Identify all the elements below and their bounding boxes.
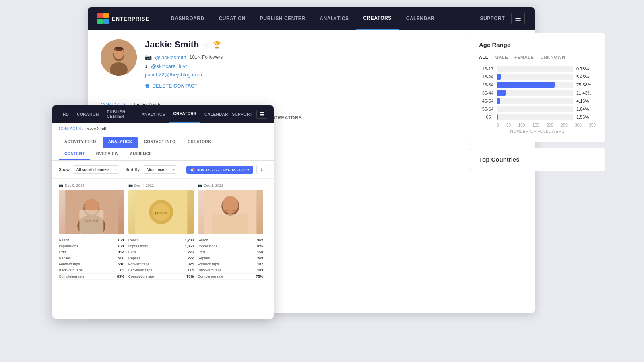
- small-nav-rd[interactable]: RD: [59, 105, 73, 123]
- post-col-3: 📷 Dec 1, 2022 Reach962 Impressions825 Ex…: [198, 183, 263, 280]
- profile-info: Jackie Smith ☆ 🏆 📷 @jackiesmith 101K Fol…: [145, 39, 522, 89]
- tiktok-icon: ♪: [145, 63, 148, 69]
- top-countries-title: Top Countries: [479, 156, 596, 163]
- age-row-45-54: 45-54 4.16%: [479, 98, 596, 104]
- age-bar-wrap-25-34: [497, 82, 573, 88]
- profile-name: Jackie Smith: [145, 39, 199, 50]
- filter-bar: Show All social channels Sort By Most re…: [52, 161, 274, 179]
- small-sub-content[interactable]: CONTENT: [59, 148, 90, 160]
- age-bar-wrap-55-64: [497, 106, 573, 112]
- tiktok-handle[interactable]: @skincare_luvr: [151, 63, 187, 69]
- show-select-wrap: All social channels: [73, 165, 119, 174]
- sort-select[interactable]: Most recent: [143, 165, 177, 174]
- post-1-stats: Reach871 Impressions871 Exits134 Replies…: [59, 237, 124, 280]
- small-menu-icon[interactable]: ☰: [256, 110, 267, 119]
- post-1-date-text: Dec 8, 2022: [65, 183, 85, 187]
- age-row-55-64: 55-64 1.04%: [479, 106, 596, 112]
- small-nav-creators[interactable]: CREATORS: [169, 105, 200, 123]
- post-3-date-text: Dec 1, 2022: [204, 183, 223, 187]
- svg-text:content: content: [85, 218, 98, 223]
- logo-text: ENTERPRISE: [112, 16, 149, 22]
- age-bar-55-64: [497, 106, 497, 112]
- filter-male[interactable]: MALE: [495, 55, 508, 60]
- small-sub-tabs: CONTENT OVERVIEW AUDIENCE: [52, 148, 274, 161]
- post-col-1: 📷 Dec 8, 2022 content Reach871 Impressio…: [59, 183, 124, 280]
- delete-icon: 🗑: [145, 83, 150, 89]
- show-label: Show: [59, 167, 70, 172]
- post-col-2: 📷 Dec 4, 2022 product Reach1,233 Impress…: [128, 183, 194, 280]
- post-2-stats: Reach1,233 Impressions1,050 Exits276 Rep…: [128, 237, 194, 280]
- support-link[interactable]: SUPPORT: [480, 16, 505, 21]
- content-grid: 📷 Dec 8, 2022 content Reach871 Impressio…: [52, 179, 274, 284]
- small-breadcrumb: CONTACTS / Jackie Smith: [52, 123, 274, 134]
- small-bc-current: / Jackie Smith: [82, 126, 107, 131]
- email-row: jsmith22@thejsblog.com: [145, 72, 522, 78]
- age-bar-35-44: [497, 90, 506, 96]
- date-range-btn[interactable]: 📅 NOV 13, 2022 - DEC 13, 2022 ▾: [186, 166, 253, 174]
- age-range-title: Age Range: [479, 41, 596, 48]
- instagram-icon-1: 📷: [59, 183, 63, 187]
- post-2-date: 📷 Dec 4, 2022: [128, 183, 194, 187]
- tiktok-row: ♪ @skincare_luvr: [145, 63, 522, 69]
- small-nav-curation[interactable]: CURATION: [73, 105, 103, 123]
- instagram-handle[interactable]: @jackiesmith: [155, 54, 186, 60]
- nav-bar: ENTERPRISE DASHBOARD CURATION PUBLISH CE…: [88, 7, 535, 30]
- age-row-65plus: 65+ 1.56%: [479, 114, 596, 120]
- filter-female[interactable]: FEMALE: [514, 55, 534, 60]
- nav-right: SUPPORT ☰: [480, 12, 525, 25]
- filter-all[interactable]: ALL: [479, 55, 488, 60]
- small-main-tabs: ACTIVITY FEED ANALYTICS CONTACT INFO CRE…: [52, 134, 274, 148]
- show-select[interactable]: All social channels: [73, 165, 119, 174]
- nav-calendar[interactable]: CALENDAR: [399, 7, 442, 30]
- instagram-row: 📷 @jackiesmith 101K Followers: [145, 54, 522, 60]
- nav-dashboard[interactable]: DASHBOARD: [164, 7, 212, 30]
- profile-social: 📷 @jackiesmith 101K Followers ♪ @skincar…: [145, 54, 522, 89]
- age-row-13-17: 13-17 0.78%: [479, 66, 596, 72]
- nav-creators[interactable]: CREATORS: [356, 7, 398, 30]
- nav-analytics[interactable]: ANALYTICS: [312, 7, 356, 30]
- age-row-25-34: 25-34 75.58%: [479, 82, 596, 88]
- menu-icon[interactable]: ☰: [511, 12, 525, 25]
- age-bar-wrap-18-24: [497, 74, 573, 80]
- small-tab-contact[interactable]: CONTACT INFO: [138, 137, 181, 148]
- age-bar-wrap-45-54: [497, 98, 573, 104]
- age-row-18-24: 18-24 5.45%: [479, 74, 596, 80]
- avatar: [101, 39, 137, 76]
- nav-publish[interactable]: PUBLISH CENTER: [253, 7, 312, 30]
- nav-curation[interactable]: CURATION: [212, 7, 253, 30]
- small-bc-parent[interactable]: CONTACTS: [59, 126, 80, 131]
- instagram-icon-3: 📷: [198, 183, 202, 187]
- small-nav-publish[interactable]: PUBLISH CENTER: [103, 105, 137, 123]
- small-tab-activity[interactable]: ACTIVITY FEED: [59, 137, 102, 148]
- axis-labels: 0 50 100 150 200 250 300 350: [479, 123, 596, 128]
- top-countries-panel: Top Countries: [469, 148, 606, 171]
- filter-unknown[interactable]: UNKNOWN: [540, 55, 565, 60]
- small-support[interactable]: SUPPORT: [232, 112, 252, 117]
- star-icon: ☆: [203, 41, 209, 49]
- profile-email[interactable]: jsmith22@thejsblog.com: [145, 72, 202, 78]
- profile-name-row: Jackie Smith ☆ 🏆: [145, 39, 522, 50]
- svg-rect-1: [103, 13, 109, 18]
- delete-label: DELETE CONTACT: [152, 83, 198, 89]
- age-bar-25-34: [497, 82, 555, 88]
- small-sub-overview[interactable]: OVERVIEW: [90, 148, 124, 160]
- nav-logo: ENTERPRISE: [97, 13, 149, 24]
- age-bar-45-54: [497, 98, 500, 104]
- age-bar-18-24: [497, 74, 501, 80]
- small-nav-analytics[interactable]: ANALYTICS: [137, 105, 169, 123]
- age-range-panel: Age Range ALL MALE FEMALE UNKNOWN 13-17 …: [469, 33, 606, 142]
- svg-text:product: product: [155, 211, 167, 215]
- small-sub-audience[interactable]: AUDIENCE: [124, 148, 158, 160]
- small-tab-creators[interactable]: CREATORS: [182, 137, 217, 148]
- svg-rect-0: [97, 13, 103, 18]
- front-window: RD CURATION PUBLISH CENTER ANALYTICS CRE…: [52, 105, 274, 319]
- post-2-date-text: Dec 4, 2022: [134, 183, 154, 187]
- profile-section: Jackie Smith ☆ 🏆 📷 @jackiesmith 101K Fol…: [88, 30, 535, 97]
- delete-contact-btn[interactable]: 🗑 DELETE CONTACT: [145, 83, 522, 89]
- small-nav-calendar[interactable]: CALENDAR: [200, 105, 232, 123]
- small-tab-analytics[interactable]: ANALYTICS: [103, 137, 138, 148]
- age-bar-65plus: [497, 114, 498, 120]
- age-bar-wrap-13-17: [497, 66, 573, 72]
- export-btn[interactable]: ⬇: [256, 165, 267, 174]
- post-2-thumb: product: [128, 190, 194, 234]
